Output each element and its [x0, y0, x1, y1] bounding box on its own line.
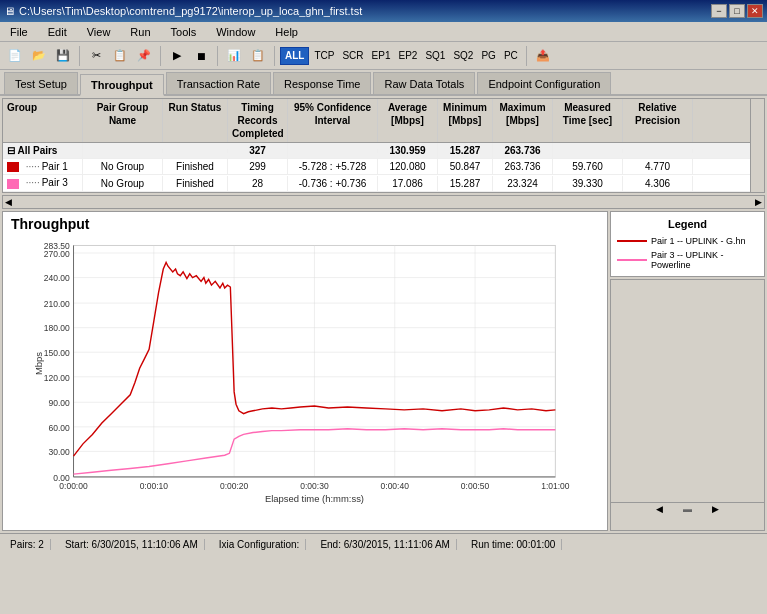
td-timing-all: 327: [228, 143, 288, 158]
toolbar-btn-chart[interactable]: 📊: [223, 45, 245, 67]
toolbar-btn-stop[interactable]: ⏹: [190, 45, 212, 67]
svg-text:90.00: 90.00: [48, 398, 70, 408]
td-confidence-pair1: -5.728 : +5.728: [288, 159, 378, 174]
svg-text:0:00:00: 0:00:00: [59, 481, 88, 491]
th-minimum: Minimum [Mbps]: [438, 99, 493, 142]
status-pairs: Pairs: 2: [4, 539, 51, 550]
svg-text:60.00: 60.00: [48, 422, 70, 432]
table-row-pair1[interactable]: ·····Pair 1 No Group Finished 299 -5.728…: [3, 159, 764, 175]
table-row-all-pairs[interactable]: ⊟ All Pairs 327 130.959 15.287 263.736: [3, 143, 764, 159]
td-minimum-pair1: 50.847: [438, 159, 493, 174]
chart-right-panel: Legend Pair 1 -- UPLINK - G.hn Pair 3 --…: [610, 211, 765, 531]
status-runtime: Run time: 00:01:00: [465, 539, 563, 550]
td-maximum-pair1: 263.736: [493, 159, 553, 174]
td-pair-group-all: [83, 149, 163, 153]
toolbar: 📄 📂 💾 ✂ 📋 📌 ▶ ⏹ 📊 📋 ALL TCP SCR EP1 EP2 …: [0, 42, 767, 70]
toolbar-pc-label[interactable]: PC: [501, 49, 521, 62]
title-bar-text: 🖥 C:\Users\Tim\Desktop\comtrend_pg9172\i…: [4, 5, 362, 17]
toolbar-btn-copy[interactable]: 📋: [109, 45, 131, 67]
tab-throughput[interactable]: Throughput: [80, 74, 164, 96]
table-row-pair3[interactable]: ·····Pair 3 No Group Finished 28 -0.736 …: [3, 175, 764, 191]
status-bar: Pairs: 2 Start: 6/30/2015, 11:10:06 AM I…: [0, 533, 767, 555]
svg-text:240.00: 240.00: [44, 273, 70, 283]
th-confidence: 95% Confidence Interval: [288, 99, 378, 142]
minimize-button[interactable]: −: [711, 4, 727, 18]
chart-title: Throughput: [3, 212, 607, 236]
toolbar-sep-4: [274, 46, 275, 66]
td-average-all: 130.959: [378, 143, 438, 158]
menu-tools[interactable]: Tools: [165, 24, 203, 40]
menu-file[interactable]: File: [4, 24, 34, 40]
toolbar-sep-5: [526, 46, 527, 66]
legend-item-pair1: Pair 1 -- UPLINK - G.hn: [617, 236, 758, 246]
toolbar-btn-open[interactable]: 📂: [28, 45, 50, 67]
tab-raw-data-totals[interactable]: Raw Data Totals: [373, 72, 475, 94]
close-button[interactable]: ✕: [747, 4, 763, 18]
app-icon: 🖥: [4, 5, 15, 17]
th-group: Group: [3, 99, 83, 142]
td-confidence-pair3: -0.736 : +0.736: [288, 176, 378, 191]
toolbar-tcp-label[interactable]: TCP: [311, 49, 337, 62]
svg-text:30.00: 30.00: [48, 447, 70, 457]
menu-edit[interactable]: Edit: [42, 24, 73, 40]
tab-test-setup[interactable]: Test Setup: [4, 72, 78, 94]
toolbar-ep1-label[interactable]: EP1: [369, 49, 394, 62]
td-confidence-all: [288, 149, 378, 153]
menu-window[interactable]: Window: [210, 24, 261, 40]
td-minimum-pair3: 15.287: [438, 176, 493, 191]
toolbar-btn-cut[interactable]: ✂: [85, 45, 107, 67]
tab-response-time[interactable]: Response Time: [273, 72, 371, 94]
toolbar-btn-run[interactable]: ▶: [166, 45, 188, 67]
td-group-pair1: ·····Pair 1: [3, 159, 83, 174]
menu-bar: File Edit View Run Tools Window Help: [0, 22, 767, 42]
td-average-pair3: 17.086: [378, 176, 438, 191]
svg-text:0:00:20: 0:00:20: [220, 481, 249, 491]
toolbar-btn-export[interactable]: 📤: [532, 45, 554, 67]
menu-help[interactable]: Help: [269, 24, 304, 40]
legend-item-pair3: Pair 3 -- UPLINK - Powerline: [617, 250, 758, 270]
toolbar-btn-save[interactable]: 💾: [52, 45, 74, 67]
td-precision-pair3: 4.306: [623, 176, 693, 191]
tab-transaction-rate[interactable]: Transaction Rate: [166, 72, 271, 94]
td-time-pair1: 59.760: [553, 159, 623, 174]
th-timing: Timing Records Completed: [228, 99, 288, 142]
chart-scrollbar-h[interactable]: ◀ ▬ ▶: [611, 502, 764, 516]
td-time-all: [553, 149, 623, 153]
th-average: Average [Mbps]: [378, 99, 438, 142]
tab-endpoint-config[interactable]: Endpoint Configuration: [477, 72, 611, 94]
toolbar-btn-new[interactable]: 📄: [4, 45, 26, 67]
td-maximum-pair3: 23.324: [493, 176, 553, 191]
toolbar-btn-paste[interactable]: 📌: [133, 45, 155, 67]
td-status-all: [163, 149, 228, 153]
status-start: Start: 6/30/2015, 11:10:06 AM: [59, 539, 205, 550]
svg-text:0:00:40: 0:00:40: [381, 481, 410, 491]
toolbar-btn-table[interactable]: 📋: [247, 45, 269, 67]
toolbar-ep2-label[interactable]: EP2: [395, 49, 420, 62]
th-measured-time: Measured Time [sec]: [553, 99, 623, 142]
toolbar-sq2-label[interactable]: SQ2: [450, 49, 476, 62]
th-pair-group: Pair Group Name: [83, 99, 163, 142]
chart-main: Throughput 0.00 30.0: [2, 211, 608, 531]
chart-area: Throughput 0.00 30.0: [2, 211, 765, 531]
table-scrollbar-v[interactable]: [750, 99, 764, 192]
legend-line-pair1: [617, 240, 647, 242]
menu-run[interactable]: Run: [124, 24, 156, 40]
toolbar-pg-label[interactable]: PG: [478, 49, 498, 62]
toolbar-sep-3: [217, 46, 218, 66]
td-group-pair3: ·····Pair 3: [3, 175, 83, 190]
svg-text:210.00: 210.00: [44, 299, 70, 309]
chart-scrollbar-container: ◀ ▬ ▶: [610, 279, 765, 531]
toolbar-sq1-label[interactable]: SQ1: [422, 49, 448, 62]
svg-text:Mbps: Mbps: [33, 351, 44, 374]
toolbar-scr-label[interactable]: SCR: [339, 49, 366, 62]
maximize-button[interactable]: □: [729, 4, 745, 18]
td-minimum-all: 15.287: [438, 143, 493, 158]
status-end: End: 6/30/2015, 11:11:06 AM: [314, 539, 457, 550]
menu-view[interactable]: View: [81, 24, 117, 40]
table-scrollbar-h[interactable]: ◀ ▶: [2, 195, 765, 209]
td-timing-pair1: 299: [228, 159, 288, 174]
svg-text:0:00:10: 0:00:10: [140, 481, 169, 491]
th-maximum: Maximum [Mbps]: [493, 99, 553, 142]
toolbar-all-button[interactable]: ALL: [280, 47, 309, 65]
toolbar-sep-1: [79, 46, 80, 66]
